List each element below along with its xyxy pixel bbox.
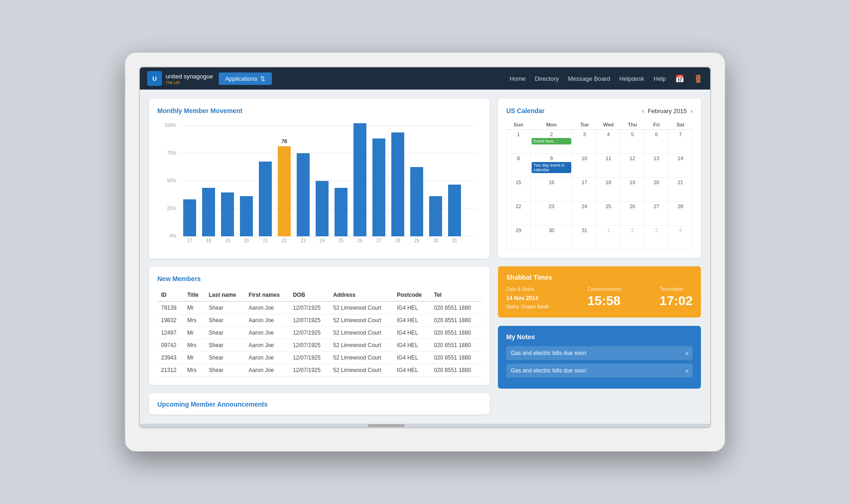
commencement-label: Commencement (587, 287, 621, 292)
laptop-frame: U united synagogue The US Applications ⇅… (125, 53, 725, 451)
svg-text:30: 30 (433, 238, 438, 243)
cal-day[interactable]: 7 (669, 130, 693, 154)
svg-text:28: 28 (395, 238, 401, 243)
cal-day[interactable]: 21 (669, 178, 693, 202)
logout-icon[interactable]: 🚪 (694, 74, 703, 83)
cal-day-other[interactable]: 3 (645, 226, 669, 250)
prev-month-button[interactable]: ‹ (642, 107, 644, 114)
nav-home[interactable]: Home (509, 75, 526, 82)
cal-day[interactable]: 31 (573, 226, 597, 250)
table-row[interactable]: 12497MrShearAaron Joe12/07/192552 Limewo… (157, 327, 481, 339)
table-row[interactable]: 09742MrsShearAaron Joe12/07/192552 Limew… (157, 339, 481, 352)
nav-help[interactable]: Help (653, 75, 666, 82)
svg-text:17: 17 (187, 238, 192, 243)
svg-rect-12 (202, 188, 215, 236)
chart-title: Monthly Member Movement (157, 107, 481, 114)
shabbat-title: Shabbat Times (506, 274, 693, 281)
table-row[interactable]: 21312MrsShearAaron Joe12/07/192552 Limew… (157, 364, 481, 377)
svg-rect-33 (391, 132, 404, 236)
svg-text:18: 18 (206, 238, 211, 243)
cal-day[interactable]: 29 (507, 226, 531, 250)
calendar-nav: ‹ February 2015 › (642, 107, 693, 114)
scrollbar-thumb[interactable] (368, 424, 405, 427)
cal-day[interactable]: 26 (621, 202, 645, 226)
calendar-title: US Calendar (506, 107, 545, 114)
cal-day[interactable]: 19 (621, 178, 645, 202)
logo-icon: U (147, 71, 162, 86)
calendar-icon[interactable]: 📅 (675, 74, 684, 83)
cal-day-other[interactable]: 1 (597, 226, 621, 250)
cal-day-other[interactable]: 4 (669, 226, 693, 250)
notes-card: My Notes Gas and electric bills due soon… (498, 326, 701, 389)
commencement-time: 15:58 (587, 294, 621, 308)
cal-day[interactable]: 5 (621, 130, 645, 154)
svg-text:22: 22 (281, 238, 287, 243)
applications-button[interactable]: Applications ⇅ (219, 72, 272, 85)
table-row[interactable]: 78139MrShearAaron Joe12/07/192552 Limewo… (157, 301, 481, 314)
svg-text:25: 25 (338, 238, 344, 243)
cal-day[interactable]: 18 (597, 178, 621, 202)
cal-wed: Wed (597, 120, 621, 130)
cal-day[interactable]: 23 (531, 202, 573, 226)
cal-day[interactable]: 27 (645, 202, 669, 226)
svg-rect-10 (183, 199, 196, 236)
members-title: New Members (157, 275, 481, 282)
members-card: New Members ID Title Last name First nam… (149, 267, 490, 385)
calendar-header: US Calendar ‹ February 2015 › (506, 107, 693, 114)
cal-day-other[interactable]: 2 (621, 226, 645, 250)
cal-day[interactable]: 2Event here... (531, 130, 573, 154)
cal-day[interactable]: 15 (507, 178, 531, 202)
cal-day[interactable]: 6 (645, 130, 669, 154)
svg-text:27: 27 (376, 238, 382, 243)
svg-text:0%: 0% (170, 234, 177, 239)
cal-day[interactable]: 12 (621, 154, 645, 178)
svg-rect-14 (221, 192, 234, 236)
cal-day[interactable]: 28 (669, 202, 693, 226)
upcoming-card: Upcoming Member Announcements (149, 393, 490, 414)
cal-day[interactable]: 17 (573, 178, 597, 202)
shabbat-date-col: Date & Sedra 14 Nov 2014 Sedra: Chayei S… (506, 287, 549, 310)
cal-day[interactable]: 16 (531, 178, 573, 202)
svg-rect-29 (353, 123, 366, 236)
chart-area: 100% 75% 50% 25% 0% 17 18 (157, 121, 481, 250)
cal-day[interactable]: 3 (573, 130, 597, 154)
nav-right: Home Directory Message Board Helpdesk He… (509, 74, 703, 83)
table-row[interactable]: 19832MrsShearAaron Joe12/07/192552 Limew… (157, 314, 481, 327)
note-item: Gas and electric bills due soon× (506, 364, 693, 378)
cal-week-2: 8 9Two day event in calendar 10 11 12 13… (507, 154, 693, 178)
nav-message-board[interactable]: Message Board (568, 75, 610, 82)
cal-day[interactable]: 22 (507, 202, 531, 226)
cal-day[interactable]: 13 (645, 154, 669, 178)
note-close-button[interactable]: × (685, 350, 689, 357)
table-header-row: ID Title Last name First names DOB Addre… (157, 289, 481, 301)
col-id: ID (157, 289, 184, 301)
col-lastname: Last name (205, 289, 245, 301)
screen: U united synagogue The US Applications ⇅… (139, 66, 711, 428)
svg-rect-31 (372, 138, 385, 236)
nav-directory[interactable]: Directory (535, 75, 559, 82)
note-item: Gas and electric bills due soon× (506, 346, 693, 360)
note-close-button[interactable]: × (685, 367, 689, 375)
cal-mon: Mon (531, 120, 573, 130)
nav-helpdesk[interactable]: Helpdesk (619, 75, 644, 82)
cal-day[interactable]: 24 (573, 202, 597, 226)
col-tel: Tel (431, 289, 482, 301)
cal-day[interactable]: 8 (507, 154, 531, 178)
cal-day[interactable]: 30 (531, 226, 573, 250)
cal-day[interactable]: 1 (507, 130, 531, 154)
cal-day[interactable]: 10 (573, 154, 597, 178)
svg-rect-23 (297, 153, 310, 236)
cal-day[interactable]: 14 (669, 154, 693, 178)
left-column: Monthly Member Movement 100% 75% (149, 99, 490, 414)
next-month-button[interactable]: › (690, 107, 693, 114)
cal-day[interactable]: 25 (597, 202, 621, 226)
shabbat-commencement-col: Commencement 15:58 (587, 287, 621, 308)
cal-day[interactable]: 11 (597, 154, 621, 178)
termination-time: 17:02 (659, 294, 693, 308)
cal-day[interactable]: 4 (597, 130, 621, 154)
cal-day[interactable]: 9Two day event in calendar (531, 154, 573, 178)
table-row[interactable]: 23943MrShearAaron Joe12/07/192552 Limewo… (157, 352, 481, 364)
cal-day[interactable]: 20 (645, 178, 669, 202)
svg-text:29: 29 (414, 238, 419, 243)
svg-text:100%: 100% (164, 123, 176, 128)
